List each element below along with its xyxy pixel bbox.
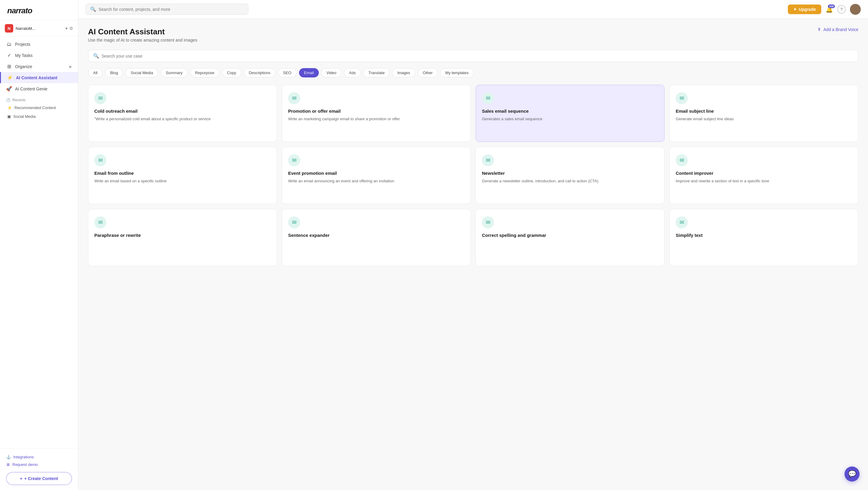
projects-icon: 🗂 <box>6 41 12 47</box>
add-brand-voice-button[interactable]: 🎙 Add a Brand Voice <box>817 27 858 32</box>
card-icon-newsletter: ✉ <box>482 154 494 166</box>
card-icon-subject: ✉ <box>676 92 688 104</box>
card-icon-simplify: ✉ <box>676 216 688 228</box>
card-desc: Generates a sales email sequence <box>482 116 658 122</box>
chat-icon: 💬 <box>848 470 856 478</box>
workspace-avatar: N <box>5 24 13 33</box>
sidebar-item-label: AI Content Genie <box>15 87 47 91</box>
card-promotion-offer-email[interactable]: ✉ Promotion or offer email Write an mark… <box>282 85 471 142</box>
card-email-from-outline[interactable]: ✉ Email from outline Write an email base… <box>88 147 277 204</box>
help-button[interactable]: ? <box>837 5 846 13</box>
sidebar: narrato N NarratoM... ▾ ⚙ 🗂 Projects ✓ M… <box>0 0 79 490</box>
card-event-promotion-email[interactable]: ✉ Event promotion email Write an email a… <box>282 147 471 204</box>
sidebar-item-projects[interactable]: 🗂 Projects <box>0 39 78 50</box>
card-title: Email subject line <box>676 109 852 114</box>
filter-summary[interactable]: Summary <box>161 68 188 78</box>
search-input[interactable] <box>98 7 244 12</box>
integrations-icon: ⚓ <box>6 455 11 459</box>
filter-all[interactable]: All <box>88 68 102 78</box>
email-icon: ✉ <box>680 157 684 164</box>
user-avatar[interactable] <box>850 4 861 15</box>
card-content-improver[interactable]: ✉ Content improver Improve and rewrite a… <box>670 147 858 204</box>
sidebar-item-ai-content-genie[interactable]: 🚀 AI Content Genie <box>0 83 78 94</box>
card-cold-outreach-email[interactable]: ✉ Cold outreach email "Write a personali… <box>88 85 277 142</box>
filter-descriptions[interactable]: Descriptions <box>244 68 276 78</box>
recent-item-label: Recommended Content <box>14 105 56 110</box>
card-icon-cold-outreach: ✉ <box>94 92 106 104</box>
cards-grid: ✉ Cold outreach email "Write a personali… <box>88 85 858 266</box>
card-correct-spelling[interactable]: ✉ Correct spelling and grammar <box>475 209 664 266</box>
card-paraphrase-or-rewrite[interactable]: ✉ Paraphrase or rewrite <box>88 209 277 266</box>
filter-ads[interactable]: Ads <box>344 68 361 78</box>
search-icon: 🔍 <box>90 6 96 12</box>
ai-content-icon: ⚡ <box>7 75 13 81</box>
email-icon: ✉ <box>98 95 103 101</box>
filter-translate[interactable]: Translate <box>363 68 390 78</box>
filter-images[interactable]: Images <box>392 68 415 78</box>
card-sentence-expander[interactable]: ✉ Sentence expander <box>282 209 471 266</box>
card-newsletter[interactable]: ✉ Newsletter Generate a newsletter outli… <box>475 147 664 204</box>
filter-social-media[interactable]: Social Media <box>125 68 158 78</box>
tasks-icon: ✓ <box>6 53 12 58</box>
sidebar-bottom: ⚓ Integrations 🖥 Request demo + + Create… <box>0 448 78 490</box>
email-icon: ✉ <box>292 95 297 101</box>
topbar-right: ✦ Upgrade 🔔 348 ? <box>788 4 861 15</box>
chat-fab-button[interactable]: 💬 <box>844 466 860 482</box>
filter-other[interactable]: Other <box>418 68 438 78</box>
plus-icon: + <box>20 476 22 481</box>
card-icon-improver: ✉ <box>676 154 688 166</box>
card-sales-email-sequence[interactable]: ✉ Sales email sequence Generates a sales… <box>475 85 664 142</box>
notifications-button[interactable]: 🔔 348 <box>826 6 833 13</box>
card-desc: Write an email based on a specific outli… <box>94 178 271 184</box>
card-title: Cold outreach email <box>94 109 271 114</box>
sidebar-item-label: Organize <box>15 64 32 69</box>
card-title: Paraphrase or rewrite <box>94 233 271 238</box>
upgrade-button[interactable]: ✦ Upgrade <box>788 4 821 14</box>
create-content-button[interactable]: + + Create Content <box>6 472 72 485</box>
card-icon-spelling: ✉ <box>482 216 494 228</box>
recent-item-recommended[interactable]: ⚡ Recommended Content <box>6 103 72 112</box>
card-icon-expander: ✉ <box>288 216 300 228</box>
filter-email[interactable]: Email <box>299 68 319 78</box>
filter-copy[interactable]: Copy <box>222 68 241 78</box>
filter-repurpose[interactable]: Repurpose <box>190 68 220 78</box>
recents-title: 🕐 Recents <box>6 98 72 102</box>
recent-item-label: Social Media <box>13 114 36 119</box>
search-usecase-icon: 🔍 <box>93 53 99 59</box>
use-case-search-input[interactable] <box>101 54 853 58</box>
email-icon: ✉ <box>486 157 490 164</box>
sidebar-item-ai-content-assistant[interactable]: ⚡ AI Content Assistant <box>0 72 78 83</box>
workspace-chevron[interactable]: ▾ <box>65 26 67 31</box>
card-icon-paraphrase: ✉ <box>94 216 106 228</box>
request-demo-link[interactable]: 🖥 Request demo <box>6 461 72 468</box>
card-desc: Generate email subject line ideas <box>676 116 852 122</box>
recent-item-social-media[interactable]: ▣ Social Media <box>6 112 72 121</box>
use-case-search-bar[interactable]: 🔍 <box>88 50 858 62</box>
content-area: AI Content Assistant Use the magic of AI… <box>79 19 868 490</box>
topbar-search[interactable]: 🔍 <box>86 4 248 15</box>
sidebar-item-my-tasks[interactable]: ✓ My Tasks <box>0 50 78 61</box>
mic-icon: 🎙 <box>817 27 822 32</box>
integrations-link[interactable]: ⚓ Integrations <box>6 453 72 461</box>
sidebar-item-organize[interactable]: ⊞ Organize ▶ <box>0 61 78 72</box>
card-title: Promotion or offer email <box>288 109 464 114</box>
filter-blog[interactable]: Blog <box>105 68 123 78</box>
workspace-settings[interactable]: ⚙ <box>69 26 73 31</box>
page-title: AI Content Assistant <box>88 27 197 36</box>
filter-seo[interactable]: SEO <box>278 68 296 78</box>
page-header: AI Content Assistant Use the magic of AI… <box>88 27 858 42</box>
email-icon: ✉ <box>680 95 684 101</box>
card-desc: "Write a personalized cold email about a… <box>94 116 271 122</box>
filter-video[interactable]: Video <box>321 68 341 78</box>
card-email-subject-line[interactable]: ✉ Email subject line Generate email subj… <box>670 85 858 142</box>
main-area: 🔍 ✦ Upgrade 🔔 348 ? AI Content Assistant… <box>79 0 868 490</box>
filter-my-templates[interactable]: My templates <box>440 68 473 78</box>
card-simplify-text[interactable]: ✉ Simplify text <box>670 209 858 266</box>
card-icon-promo: ✉ <box>288 92 300 104</box>
workspace-row[interactable]: N NarratoM... ▾ ⚙ <box>0 21 78 36</box>
notification-badge: 348 <box>828 4 835 8</box>
recents-section: 🕐 Recents ⚡ Recommended Content ▣ Social… <box>0 94 78 122</box>
email-icon: ✉ <box>680 219 684 226</box>
organize-icon: ⊞ <box>6 64 12 69</box>
monitor-icon: 🖥 <box>6 462 10 467</box>
